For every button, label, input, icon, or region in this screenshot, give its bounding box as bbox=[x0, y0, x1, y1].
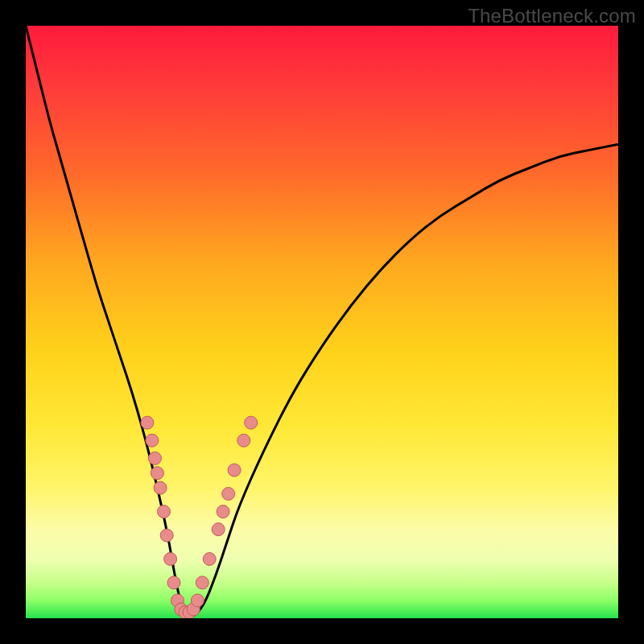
curve-marker bbox=[191, 594, 204, 607]
curve-marker bbox=[160, 529, 173, 542]
curve-marker bbox=[141, 416, 154, 429]
chart-frame: TheBottleneck.com bbox=[0, 0, 644, 644]
curve-marker bbox=[167, 576, 180, 589]
curve-marker bbox=[164, 552, 177, 565]
curve-marker bbox=[212, 523, 225, 536]
curve-marker bbox=[222, 487, 235, 500]
curve-markers bbox=[141, 416, 258, 618]
chart-svg bbox=[26, 26, 618, 618]
curve-marker bbox=[203, 552, 216, 565]
curve-marker bbox=[151, 467, 163, 480]
curve-marker bbox=[196, 576, 208, 589]
curve-marker bbox=[154, 481, 167, 494]
watermark-text: TheBottleneck.com bbox=[468, 5, 636, 27]
plot-area bbox=[26, 26, 618, 618]
curve-marker bbox=[217, 506, 229, 518]
curve-marker bbox=[237, 434, 250, 447]
curve-marker bbox=[245, 416, 258, 429]
curve-marker bbox=[148, 452, 161, 464]
bottleneck-curve bbox=[26, 26, 618, 617]
curve-marker bbox=[228, 464, 241, 477]
curve-marker bbox=[146, 434, 159, 447]
curve-marker bbox=[158, 506, 171, 518]
